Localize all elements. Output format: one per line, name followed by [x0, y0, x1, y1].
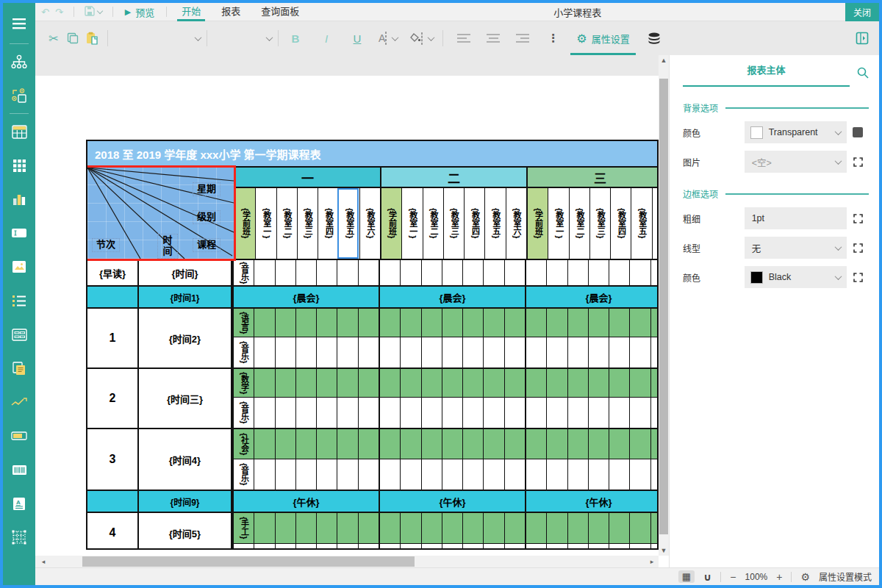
subject-cell[interactable]: [422, 309, 442, 337]
merged-band-cell[interactable]: {晨会}: [232, 287, 379, 307]
second-cell[interactable]: [422, 337, 442, 368]
tab-report[interactable]: 报表: [211, 3, 251, 21]
subject-cell[interactable]: [401, 309, 421, 337]
subject-cell[interactable]: [484, 513, 504, 543]
subject-cell[interactable]: [547, 309, 567, 337]
subject-cell[interactable]: [317, 369, 337, 397]
subject-cell[interactable]: [463, 309, 484, 337]
second-cell[interactable]: [630, 398, 650, 428]
merged-band-cell[interactable]: {晨会}: [379, 287, 525, 307]
subject-cell[interactable]: [422, 369, 442, 397]
second-cell[interactable]: [651, 544, 659, 550]
merged-band-cell[interactable]: {晨会}: [525, 287, 659, 307]
subheader-cell[interactable]: {教室一}: [256, 188, 276, 259]
corner-label-grade[interactable]: 级别: [193, 210, 220, 224]
menu-icon[interactable]: [3, 4, 35, 43]
vertical-scroll-thumb[interactable]: [659, 79, 668, 534]
second-cell[interactable]: [337, 337, 358, 368]
subject-cell[interactable]: [276, 369, 296, 397]
data-cell[interactable]: [296, 260, 317, 285]
second-cell[interactable]: [380, 544, 401, 550]
corner-label-period[interactable]: 节次: [92, 238, 120, 252]
save-icon[interactable]: [85, 6, 95, 18]
second-cell[interactable]: [609, 398, 630, 428]
detail-square-button[interactable]: [847, 127, 869, 137]
mode-gear-icon[interactable]: ⚙: [800, 571, 810, 583]
property-field[interactable]: <空>: [745, 151, 847, 173]
subject-cell[interactable]: [380, 369, 401, 397]
second-cell[interactable]: [568, 337, 589, 368]
redo-icon[interactable]: ↷: [55, 7, 63, 18]
bar-chart-icon[interactable]: [3, 182, 35, 216]
subheader-cell[interactable]: {教室三}: [444, 188, 465, 259]
second-cell[interactable]: [568, 398, 589, 428]
barcode-icon[interactable]: [3, 453, 35, 487]
second-cell[interactable]: [547, 544, 567, 550]
second-cell[interactable]: [296, 398, 317, 428]
second-cell[interactable]: [317, 398, 337, 428]
subject-cell[interactable]: [463, 513, 484, 543]
cell-grid-icon[interactable]: [3, 148, 35, 182]
time-cell[interactable]: {时间1}: [139, 287, 232, 307]
second-cell[interactable]: [609, 544, 630, 550]
second-cell[interactable]: [276, 459, 296, 490]
data-cell[interactable]: [484, 260, 504, 285]
zoom-out-button[interactable]: −: [730, 571, 736, 583]
second-cell[interactable]: [422, 398, 442, 428]
subject-cell[interactable]: [254, 309, 275, 337]
second-cell[interactable]: [589, 398, 609, 428]
diagonal-corner-cell[interactable]: 星期级别课程时间节次: [87, 168, 234, 259]
subheader-cell[interactable]: {教室五}: [485, 188, 506, 259]
scroll-right-icon[interactable]: ▸: [647, 558, 657, 565]
subject-cell[interactable]: [526, 369, 547, 397]
data-cell[interactable]: [526, 260, 547, 285]
second-cell[interactable]: [442, 337, 463, 368]
text-document-icon[interactable]: A: [3, 487, 35, 520]
subject-cell[interactable]: [276, 309, 296, 337]
corner-label-course[interactable]: 课程: [193, 238, 220, 252]
time-cell[interactable]: {时间2}: [139, 309, 232, 368]
subject-cell[interactable]: [609, 513, 630, 543]
close-button[interactable]: 关闭: [845, 3, 879, 21]
subject-cell[interactable]: [337, 309, 358, 337]
subject-cell[interactable]: [380, 513, 401, 543]
subject-cell[interactable]: [651, 429, 659, 459]
zoom-in-button[interactable]: +: [776, 571, 782, 583]
subheader-cell[interactable]: {教室四}: [318, 188, 339, 259]
subject-cell[interactable]: [589, 309, 609, 337]
scroll-left-icon[interactable]: ◂: [38, 558, 49, 565]
second-cell[interactable]: [630, 459, 650, 490]
second-cell[interactable]: [359, 398, 379, 428]
second-cell[interactable]: [401, 459, 421, 490]
subject-cell[interactable]: [422, 513, 442, 543]
data-cell[interactable]: [422, 260, 442, 285]
subject-cell[interactable]: [589, 429, 609, 459]
subject-cell[interactable]: [630, 309, 650, 337]
subheader-cell[interactable]: {教室二}: [570, 188, 590, 259]
subject-cell[interactable]: [484, 429, 504, 459]
preview-button[interactable]: 预览: [135, 5, 154, 19]
second-cell[interactable]: [337, 544, 358, 550]
snap-magnet-icon[interactable]: ∪: [703, 571, 711, 583]
period-cell[interactable]: 2: [87, 369, 139, 428]
second-cell[interactable]: [589, 337, 609, 368]
subject-cell[interactable]: [359, 513, 379, 543]
second-cell[interactable]: [505, 337, 525, 368]
property-field[interactable]: Transparent: [745, 121, 847, 143]
data-cell[interactable]: [401, 260, 421, 285]
subheader-cell[interactable]: {教室五}: [631, 188, 652, 259]
trend-line-icon[interactable]: [3, 385, 35, 419]
data-cell[interactable]: [442, 260, 463, 285]
subject-cell[interactable]: [547, 369, 567, 397]
second-cell[interactable]: [442, 398, 463, 428]
second-cell[interactable]: [484, 459, 504, 490]
data-cell[interactable]: [547, 260, 567, 285]
subheader-cell[interactable]: {学前班}: [528, 188, 548, 259]
preview-play-icon[interactable]: ▶: [125, 7, 131, 17]
time-cell[interactable]: {时间9}: [139, 491, 232, 512]
subject-cell[interactable]: [526, 309, 547, 337]
more-options-icon[interactable]: ⋮: [548, 32, 559, 45]
horizontal-scroll-thumb[interactable]: [82, 556, 415, 567]
second-cell[interactable]: [547, 398, 567, 428]
second-cell[interactable]: [359, 544, 379, 550]
